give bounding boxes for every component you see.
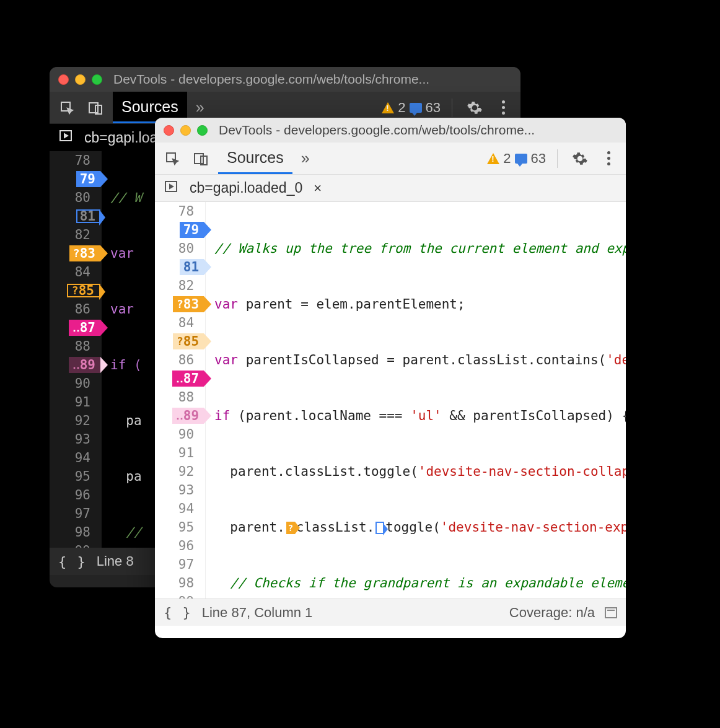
console-counts[interactable]: 2 63 (382, 100, 441, 116)
line-number: 97 (178, 557, 194, 572)
svg-rect-5 (195, 154, 203, 164)
pretty-print-icon[interactable]: { } (58, 554, 87, 569)
debugger-pane-toggle-icon[interactable] (58, 128, 73, 147)
close-window-icon[interactable] (164, 125, 174, 136)
code-editor[interactable]: 78 79 80 81 82 ? 83 84 ? 85 86 ‥ 87 88 ‥… (155, 202, 626, 599)
breakpoint-pink-outline[interactable]: ‥ 89 (69, 357, 100, 373)
code-line: // Walks up the tree from the current el… (214, 241, 626, 256)
minimize-window-icon[interactable] (180, 125, 191, 136)
coverage-status: Coverage: n/a (509, 605, 595, 621)
message-icon (515, 154, 527, 164)
file-tab-name[interactable]: cb=gapi.loaded_0 (190, 180, 302, 196)
breakpoint-blue[interactable]: 79 (180, 222, 204, 238)
line-number: 88 (178, 390, 194, 405)
settings-icon[interactable] (569, 147, 591, 170)
breakpoint-blue-outline[interactable]: 81 (180, 259, 204, 275)
warning-count: 2 (398, 100, 405, 116)
inspect-element-icon[interactable] (161, 147, 183, 170)
breakpoint-orange-outline[interactable]: ? 85 (67, 284, 100, 297)
titlebar: DevTools - developers.google.com/web/too… (155, 118, 626, 143)
window-title: DevTools - developers.google.com/web/too… (113, 72, 429, 87)
code-content[interactable]: // W var var if ( pa pa // va va if } } … (102, 151, 157, 548)
debugger-pane-toggle-icon[interactable] (164, 179, 178, 198)
window-controls (164, 125, 208, 136)
line-number: 86 (178, 353, 194, 367)
divider (452, 99, 452, 117)
panel-tabs: Sources » (218, 143, 318, 174)
line-number: 90 (178, 427, 194, 442)
svg-rect-0 (61, 102, 70, 111)
code-content[interactable]: // Walks up the tree from the current el… (206, 202, 626, 599)
line-number: 90 (75, 376, 90, 391)
line-number: 80 (75, 190, 90, 205)
console-counts[interactable]: 2 63 (487, 151, 546, 167)
cursor-position: Line 8 (97, 553, 134, 569)
inspect-element-icon[interactable] (56, 97, 78, 119)
window-controls (58, 74, 102, 85)
line-number: 93 (178, 483, 194, 498)
line-number: 88 (75, 339, 90, 354)
line-number: 86 (75, 302, 90, 317)
maximize-window-icon[interactable] (92, 74, 102, 85)
tab-sources[interactable]: Sources (218, 143, 292, 174)
titlebar: DevTools - developers.google.com/web/too… (50, 67, 520, 92)
line-number: 82 (75, 227, 90, 242)
line-gutter[interactable]: 78 79 80 81 82 ? 83 84 ? 85 86 ‥ 87 88 ‥… (155, 202, 206, 599)
line-number: 91 (178, 445, 194, 460)
svg-rect-1 (89, 103, 98, 113)
main-toolbar: Sources » 2 63 (155, 143, 626, 175)
maximize-window-icon[interactable] (197, 125, 208, 136)
more-menu-icon[interactable] (597, 147, 620, 170)
settings-icon[interactable] (463, 97, 486, 119)
breakpoint-blue[interactable]: 79 (76, 171, 100, 187)
line-number: 78 (75, 153, 90, 168)
status-bar: { } Line 87, Column 1 Coverage: n/a (155, 599, 626, 626)
file-tab-bar: cb=gapi.loaded_0 × (155, 175, 626, 202)
message-icon (410, 103, 422, 113)
line-number: 80 (178, 241, 194, 256)
line-number: 84 (178, 315, 194, 330)
message-count: 63 (531, 151, 546, 167)
breakpoint-orange[interactable]: ? 83 (69, 245, 100, 261)
line-number: 94 (178, 501, 194, 516)
line-gutter[interactable]: 78 79 80 81 82 ? 83 84 ? 85 86 ‥ 87 88 ‥… (50, 151, 102, 548)
more-menu-icon[interactable] (492, 97, 514, 119)
breakpoint-orange-outline[interactable]: ? 85 (173, 333, 204, 349)
breakpoint-pink-outline[interactable]: ‥ 89 (172, 408, 204, 424)
line-number: 92 (178, 464, 194, 479)
breakpoint-orange[interactable]: ? 83 (173, 296, 204, 312)
message-count: 63 (426, 100, 441, 116)
line-number: 99 (178, 594, 194, 599)
line-number: 96 (178, 538, 194, 553)
line-number: 94 (75, 450, 90, 465)
device-mode-icon[interactable] (84, 97, 107, 119)
breakpoint-pink[interactable]: ‥ 87 (69, 320, 100, 336)
line-number: 98 (178, 576, 194, 590)
line-number: 96 (75, 488, 90, 502)
close-window-icon[interactable] (58, 74, 69, 85)
tab-overflow-icon[interactable]: » (292, 143, 318, 174)
line-number: 95 (178, 520, 194, 535)
breakpoint-blue-outline[interactable]: 81 (76, 209, 100, 223)
line-number: 78 (178, 204, 194, 219)
close-tab-icon[interactable]: × (314, 180, 322, 196)
breakpoint-pink[interactable]: ‥ 87 (172, 371, 204, 387)
inline-breakpoint-blue-icon[interactable] (375, 522, 384, 534)
cursor-position: Line 87, Column 1 (202, 605, 313, 621)
line-number: 91 (75, 395, 90, 410)
line-number: 82 (178, 278, 194, 293)
line-number: 84 (75, 265, 90, 279)
devtools-window-light: DevTools - developers.google.com/web/too… (155, 118, 626, 638)
line-number: 98 (75, 525, 90, 540)
inline-breakpoint-orange-icon[interactable] (286, 522, 295, 534)
warning-icon (487, 153, 499, 164)
pretty-print-icon[interactable]: { } (164, 605, 192, 620)
device-mode-icon[interactable] (190, 147, 212, 170)
divider (557, 149, 558, 168)
line-number: 97 (75, 506, 90, 521)
minimize-window-icon[interactable] (75, 74, 86, 85)
drawer-toggle-icon[interactable] (605, 607, 617, 618)
line-number: 99 (75, 543, 90, 548)
window-title: DevTools - developers.google.com/web/too… (219, 123, 535, 138)
line-number: 92 (75, 413, 90, 428)
